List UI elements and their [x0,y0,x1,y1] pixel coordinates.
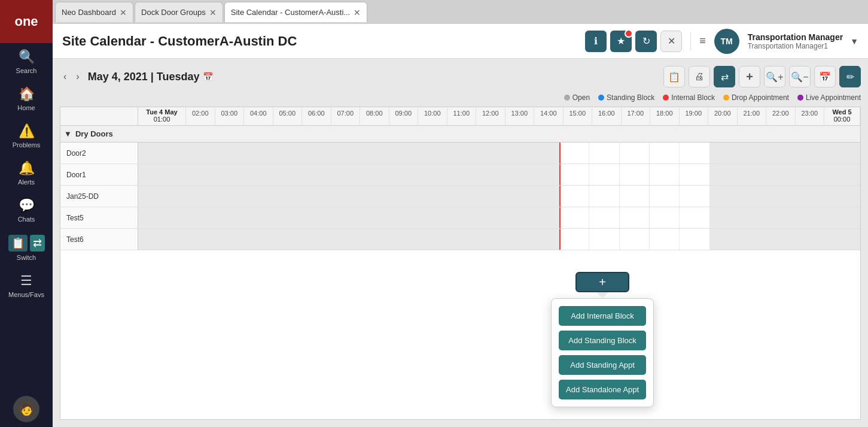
user-avatar-sidebar[interactable]: 🧑 [13,396,39,422]
time-cell[interactable] [258,207,288,228]
time-cell[interactable] [168,143,198,163]
time-cell[interactable] [589,207,619,228]
time-cell[interactable] [349,229,379,250]
time-cell[interactable] [529,164,559,185]
time-cell[interactable] [529,207,559,228]
time-cell[interactable] [589,186,619,207]
time-cell[interactable] [138,229,168,250]
time-cell[interactable] [680,207,709,228]
time-cell[interactable] [199,164,229,185]
tab-close-neo[interactable]: ✕ [120,8,127,17]
time-cell[interactable] [800,164,830,185]
time-cell[interactable] [288,143,318,163]
sidebar-item-chats[interactable]: 💬 Chats [0,192,53,229]
cal-zoom-in-button[interactable]: 🔍+ [764,66,785,87]
time-cell[interactable] [710,186,740,207]
cal-datepicker-button[interactable]: 📅 [814,66,836,87]
time-cell[interactable] [830,164,860,185]
app-logo[interactable]: one [0,0,53,43]
popup-action-button[interactable]: Add Internal Block [559,306,646,326]
time-cell[interactable] [138,207,168,228]
time-cell[interactable] [500,229,529,250]
time-cell[interactable] [770,229,800,250]
time-cell[interactable] [680,186,709,207]
time-cell[interactable] [559,229,589,250]
time-cell[interactable] [379,143,409,163]
calendar-icon[interactable]: 📅 [203,72,213,81]
time-cell[interactable] [439,164,469,185]
tab-dock-door-groups[interactable]: Dock Door Groups ✕ [135,2,223,22]
time-cell[interactable] [439,207,469,228]
time-cell[interactable] [559,186,589,207]
time-cell[interactable] [379,207,409,228]
time-cell[interactable] [469,229,499,250]
time-cell[interactable] [620,229,650,250]
popup-action-button[interactable]: Add Standing Block [559,331,646,350]
time-cell[interactable] [740,186,770,207]
time-cell[interactable] [288,229,318,250]
time-cell[interactable] [680,229,709,250]
time-cell[interactable] [379,186,409,207]
time-cell[interactable] [620,164,650,185]
time-cell[interactable] [710,229,740,250]
time-cell[interactable] [319,229,349,250]
time-cell[interactable] [168,207,198,228]
sidebar-item-home[interactable]: 🏠 Home [0,80,53,117]
sidebar-item-switch[interactable]: 📋 ⇄ Switch [0,229,53,267]
time-cell[interactable] [770,186,800,207]
time-cell[interactable] [620,143,650,163]
time-cell[interactable] [650,229,680,250]
popup-action-button[interactable]: Add Standalone Appt [559,380,646,399]
time-cell[interactable] [740,164,770,185]
time-cell[interactable] [168,164,198,185]
time-cell[interactable] [379,164,409,185]
time-cell[interactable] [439,186,469,207]
time-cell[interactable] [680,143,709,163]
time-cell[interactable] [589,164,619,185]
time-cell[interactable] [199,229,229,250]
time-cell[interactable] [620,207,650,228]
time-cell[interactable] [199,143,229,163]
time-cell[interactable] [349,186,379,207]
cal-list-view-button[interactable]: 📋 [663,66,685,87]
hamburger-icon[interactable]: ≡ [699,35,706,47]
sidebar-item-problems[interactable]: ⚠️ Problems [0,117,53,155]
time-cell[interactable] [439,229,469,250]
time-cell[interactable] [379,229,409,250]
time-cell[interactable] [439,143,469,163]
time-cell[interactable] [469,143,499,163]
time-cell[interactable] [469,207,499,228]
grid-group-header[interactable]: ▼Dry Doors [60,126,860,143]
user-dropdown-icon[interactable]: ▼ [850,37,858,46]
time-cell[interactable] [409,186,439,207]
time-cell[interactable] [710,164,740,185]
time-cell[interactable] [710,143,740,163]
time-cell[interactable] [229,207,258,228]
tab-close-dock[interactable]: ✕ [209,8,217,17]
cal-swap-button[interactable]: ⇄ [714,66,735,87]
time-cell[interactable] [319,164,349,185]
sidebar-item-alerts[interactable]: 🔔 Alerts [0,155,53,192]
time-cell[interactable] [409,207,439,228]
time-cell[interactable] [199,207,229,228]
time-cell[interactable] [559,143,589,163]
time-cell[interactable] [800,207,830,228]
cal-edit-button[interactable]: ✏ [839,66,861,87]
time-cell[interactable] [529,229,559,250]
time-cell[interactable] [620,186,650,207]
time-cell[interactable] [650,143,680,163]
time-cell[interactable] [469,164,499,185]
time-cell[interactable] [138,143,168,163]
time-cell[interactable] [288,164,318,185]
time-cell[interactable] [229,164,258,185]
sidebar-item-menus[interactable]: ☰ Menus/Favs [0,267,53,304]
time-cell[interactable] [349,143,379,163]
cal-prev-button[interactable]: ‹ [60,70,70,83]
time-cell[interactable] [650,207,680,228]
time-cell[interactable] [680,164,709,185]
time-cell[interactable] [229,229,258,250]
time-cell[interactable] [770,143,800,163]
time-cell[interactable] [319,186,349,207]
time-cell[interactable] [409,143,439,163]
tab-close-site[interactable]: ✕ [354,8,361,17]
